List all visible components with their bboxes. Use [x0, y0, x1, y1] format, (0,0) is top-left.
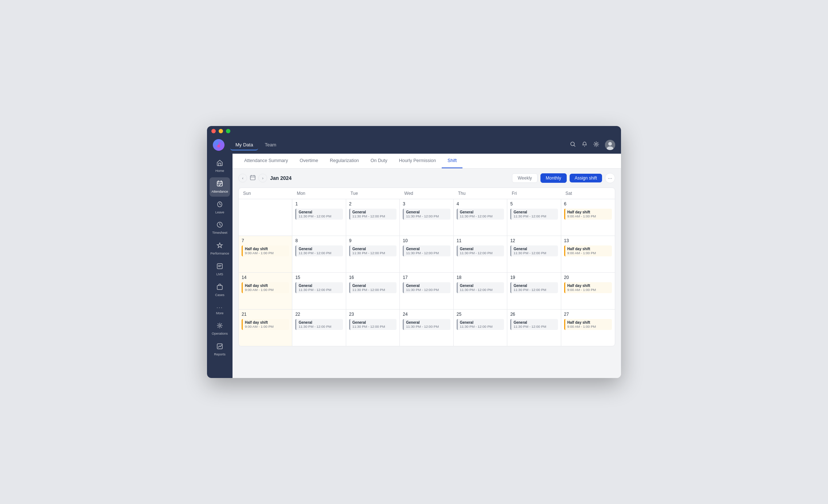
calendar-cell-2-4[interactable]: 10General11:30 PM - 12:00 PM: [400, 236, 453, 272]
calendar-cell-1-3[interactable]: 2General11:30 PM - 12:00 PM: [346, 199, 400, 236]
avatar[interactable]: [605, 140, 615, 150]
next-month-button[interactable]: ›: [258, 174, 267, 182]
subnav-shift[interactable]: Shift: [442, 154, 462, 168]
sidebar-item-reports[interactable]: Reports: [210, 340, 230, 359]
shift-card[interactable]: General11:30 PM - 12:00 PM: [403, 319, 450, 330]
subnav-regularization[interactable]: Regularization: [324, 154, 365, 168]
maximize-button[interactable]: [226, 129, 230, 133]
assign-shift-button[interactable]: Assign shift: [570, 174, 602, 182]
subnav-hourly-permission[interactable]: Hourly Permission: [393, 154, 442, 168]
close-button[interactable]: [211, 129, 216, 133]
calendar-cell-3-5[interactable]: 18General11:30 PM - 12:00 PM: [454, 273, 507, 309]
search-icon[interactable]: [570, 141, 576, 149]
calendar-cell-4-3[interactable]: 23General11:30 PM - 12:00 PM: [346, 310, 400, 346]
shift-card[interactable]: General11:30 PM - 12:00 PM: [295, 209, 343, 220]
calendar-cell-3-4[interactable]: 17General11:30 PM - 12:00 PM: [400, 273, 453, 309]
shift-card[interactable]: Half day shift9:00 AM - 1:00 PM: [564, 282, 612, 293]
shift-card[interactable]: General11:30 PM - 12:00 PM: [457, 282, 504, 293]
calendar-cell-1-7[interactable]: 6Half day shift9:00 AM - 1:00 PM: [561, 199, 615, 236]
shift-card[interactable]: General11:30 PM - 12:00 PM: [403, 245, 450, 256]
shift-card[interactable]: General11:30 PM - 12:00 PM: [510, 282, 558, 293]
shift-card[interactable]: Half day shift9:00 AM - 1:00 PM: [242, 282, 289, 293]
sidebar-label-performance: Performance: [210, 252, 229, 256]
shift-card[interactable]: General11:30 PM - 12:00 PM: [295, 282, 343, 293]
shift-card[interactable]: General11:30 PM - 12:00 PM: [295, 319, 343, 330]
calendar-cell-4-2[interactable]: 22General11:30 PM - 12:00 PM: [292, 310, 346, 346]
shift-name: General: [352, 320, 394, 324]
sidebar-item-more[interactable]: ··· More: [210, 302, 230, 318]
sidebar-item-attendance[interactable]: Attendance: [210, 177, 230, 197]
shift-card[interactable]: General11:30 PM - 12:00 PM: [510, 245, 558, 256]
sidebar-item-timesheet[interactable]: Timesheet: [210, 218, 230, 238]
shift-card[interactable]: General11:30 PM - 12:00 PM: [295, 245, 343, 256]
calendar-cell-4-7[interactable]: 27Half day shift9:00 AM - 1:00 PM: [561, 310, 615, 346]
settings-icon[interactable]: [593, 141, 599, 149]
tab-my-data[interactable]: My Data: [230, 140, 258, 150]
shift-card[interactable]: Half day shift9:00 AM - 1:00 PM: [242, 245, 289, 256]
shift-card[interactable]: General11:30 PM - 12:00 PM: [403, 209, 450, 220]
shift-card[interactable]: General11:30 PM - 12:00 PM: [349, 209, 397, 220]
shift-card[interactable]: General11:30 PM - 12:00 PM: [510, 319, 558, 330]
calendar-cell-1-2[interactable]: 1General11:30 PM - 12:00 PM: [292, 199, 346, 236]
svg-rect-12: [217, 264, 222, 269]
monthly-view-button[interactable]: Monthly: [540, 173, 567, 183]
operations-icon: [216, 322, 223, 331]
shift-card[interactable]: General11:30 PM - 12:00 PM: [349, 245, 397, 256]
shift-card[interactable]: General11:30 PM - 12:00 PM: [457, 319, 504, 330]
calendar-cell-1-6[interactable]: 5General11:30 PM - 12:00 PM: [507, 199, 561, 236]
sidebar-label-reports: Reports: [214, 353, 226, 357]
calendar-cell-2-2[interactable]: 8General11:30 PM - 12:00 PM: [292, 236, 346, 272]
shift-card[interactable]: Half day shift9:00 AM - 1:00 PM: [564, 245, 612, 256]
calendar-cell-2-6[interactable]: 12General11:30 PM - 12:00 PM: [507, 236, 561, 272]
shift-card[interactable]: Half day shift9:00 AM - 1:00 PM: [564, 209, 612, 220]
calendar-cell-3-6[interactable]: 19General11:30 PM - 12:00 PM: [507, 273, 561, 309]
calendar-cell-4-6[interactable]: 26General11:30 PM - 12:00 PM: [507, 310, 561, 346]
subnav-on-duty[interactable]: On Duty: [365, 154, 393, 168]
shift-card[interactable]: General11:30 PM - 12:00 PM: [457, 209, 504, 220]
sidebar-label-timesheet: Timesheet: [212, 231, 227, 235]
calendar-cell-2-3[interactable]: 9General11:30 PM - 12:00 PM: [346, 236, 400, 272]
calendar-cell-3-2[interactable]: 15General11:30 PM - 12:00 PM: [292, 273, 346, 309]
calendar-cell-2-5[interactable]: 11General11:30 PM - 12:00 PM: [454, 236, 507, 272]
bell-icon[interactable]: [582, 141, 587, 149]
calendar-cell-3-7[interactable]: 20Half day shift9:00 AM - 1:00 PM: [561, 273, 615, 309]
calendar-cell-4-5[interactable]: 25General11:30 PM - 12:00 PM: [454, 310, 507, 346]
calendar-cell-1-4[interactable]: 3General11:30 PM - 12:00 PM: [400, 199, 453, 236]
cal-date-number: 21: [242, 312, 289, 317]
sidebar-item-cases[interactable]: Cases: [210, 281, 230, 300]
calendar-cell-3-1[interactable]: 14Half day shift9:00 AM - 1:00 PM: [239, 273, 292, 309]
more-options-button[interactable]: ···: [605, 173, 615, 183]
minimize-button[interactable]: [219, 129, 223, 133]
sidebar-item-home[interactable]: Home: [210, 157, 230, 176]
shift-card[interactable]: General11:30 PM - 12:00 PM: [403, 282, 450, 293]
top-nav-tabs: My Data Team: [230, 140, 281, 150]
calendar-icon[interactable]: [250, 175, 255, 181]
calendar-cell-4-4[interactable]: 24General11:30 PM - 12:00 PM: [400, 310, 453, 346]
sidebar-item-performance[interactable]: Performance: [210, 239, 230, 259]
shift-card[interactable]: General11:30 PM - 12:00 PM: [349, 319, 397, 330]
calendar-cell-2-7[interactable]: 13Half day shift9:00 AM - 1:00 PM: [561, 236, 615, 272]
subnav-attendance-summary[interactable]: Attendance Summary: [238, 154, 294, 168]
sidebar-item-operations[interactable]: Operations: [210, 319, 230, 339]
subnav-overtime[interactable]: Overtime: [294, 154, 324, 168]
sidebar-item-lms[interactable]: LMS: [210, 260, 230, 279]
tab-team[interactable]: Team: [259, 140, 281, 150]
calendar-cell-3-3[interactable]: 16General11:30 PM - 12:00 PM: [346, 273, 400, 309]
shift-card[interactable]: General11:30 PM - 12:00 PM: [349, 282, 397, 293]
attendance-icon: [216, 180, 223, 189]
prev-month-button[interactable]: ‹: [238, 174, 247, 182]
shift-card[interactable]: General11:30 PM - 12:00 PM: [510, 209, 558, 220]
shift-card[interactable]: Half day shift9:00 AM - 1:00 PM: [242, 319, 289, 330]
sidebar-item-leave[interactable]: Leave: [210, 198, 230, 217]
shift-time: 11:30 PM - 12:00 PM: [406, 288, 448, 292]
calendar-week-4: 21Half day shift9:00 AM - 1:00 PM22Gener…: [239, 310, 615, 346]
calendar-cell-4-1[interactable]: 21Half day shift9:00 AM - 1:00 PM: [239, 310, 292, 346]
calendar-cell-1-1[interactable]: [239, 199, 292, 236]
shift-card[interactable]: General11:30 PM - 12:00 PM: [457, 245, 504, 256]
calendar-cell-1-5[interactable]: 4General11:30 PM - 12:00 PM: [454, 199, 507, 236]
calendar-cell-2-1[interactable]: 7Half day shift9:00 AM - 1:00 PM: [239, 236, 292, 272]
shift-time: 11:30 PM - 12:00 PM: [352, 288, 394, 292]
day-header-wed: Wed: [400, 188, 453, 199]
weekly-view-button[interactable]: Weekly: [512, 173, 537, 183]
shift-card[interactable]: Half day shift9:00 AM - 1:00 PM: [564, 319, 612, 330]
